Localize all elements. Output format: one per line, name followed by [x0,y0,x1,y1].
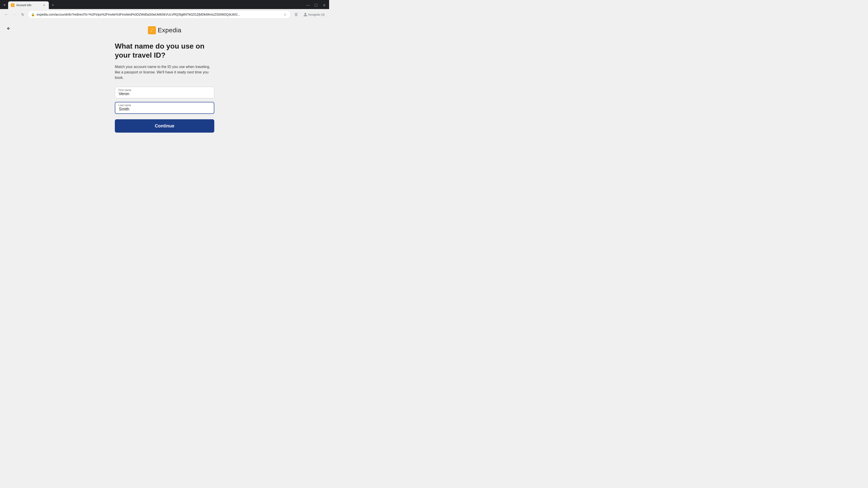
continue-button[interactable]: Continue [115,119,214,133]
url-bar-actions: ☆ [282,12,288,17]
forward-nav-button[interactable]: → [11,11,18,18]
tab-favicon [11,3,14,7]
expedia-plane-icon [149,28,154,33]
expedia-favicon [11,3,14,7]
first-name-input[interactable] [115,87,214,98]
title-bar: Account Info × + — ☐ ✕ [0,0,329,9]
last-name-group: Last name [115,102,214,114]
tab-title: Account Info [16,4,40,7]
page-content: Expedia What name do you use on your tra… [0,20,329,184]
svg-rect-2 [149,28,154,33]
form-container: What name do you use on your travel ID? … [115,41,214,133]
address-bar: ← → ↻ 🔒 expedia.com/accountinfo?redirect… [0,9,329,20]
logo-container: Expedia [148,26,182,34]
tab-bar: Account Info × + [2,1,56,9]
lock-icon: 🔒 [31,13,35,16]
first-name-group: First name [115,87,214,98]
url-text: expedia.com/accountinfo?redirectTo=%2Ftr… [37,13,281,16]
nav-buttons: ← → ↻ [3,11,26,18]
expedia-logo-text: Expedia [158,27,182,34]
last-name-input[interactable] [115,102,214,114]
back-nav-button[interactable]: ← [3,11,10,18]
back-button[interactable] [4,24,13,33]
back-arrow-icon [6,26,11,31]
bookmark-button[interactable]: ☆ [282,12,288,17]
main-heading: What name do you use on your travel ID? [115,41,214,60]
restore-button[interactable]: ☐ [313,2,319,8]
tab-list-button[interactable] [2,2,7,8]
tab-close-button[interactable]: × [42,3,46,7]
browser-chrome: Account Info × + — ☐ ✕ ← → ↻ 🔒 expedia.c… [0,0,329,20]
url-bar-container[interactable]: 🔒 expedia.com/accountinfo?redirectTo=%2F… [28,10,291,19]
incognito-profile-button[interactable]: Incognito (3) [302,11,327,18]
incognito-label: Incognito (3) [308,13,324,16]
new-tab-button[interactable]: + [50,2,56,8]
description-text: Match your account name to the ID you us… [115,64,214,80]
active-tab[interactable]: Account Info × [8,1,49,9]
incognito-icon [303,12,307,17]
window-close-button[interactable]: ✕ [321,2,327,8]
expedia-logo-icon [148,26,156,34]
reload-button[interactable]: ↻ [19,11,26,18]
window-controls: — ☐ ✕ [305,2,327,8]
sidebar-toggle-button[interactable]: ☰ [292,11,300,18]
svg-point-1 [305,13,306,15]
minimize-button[interactable]: — [305,2,311,8]
